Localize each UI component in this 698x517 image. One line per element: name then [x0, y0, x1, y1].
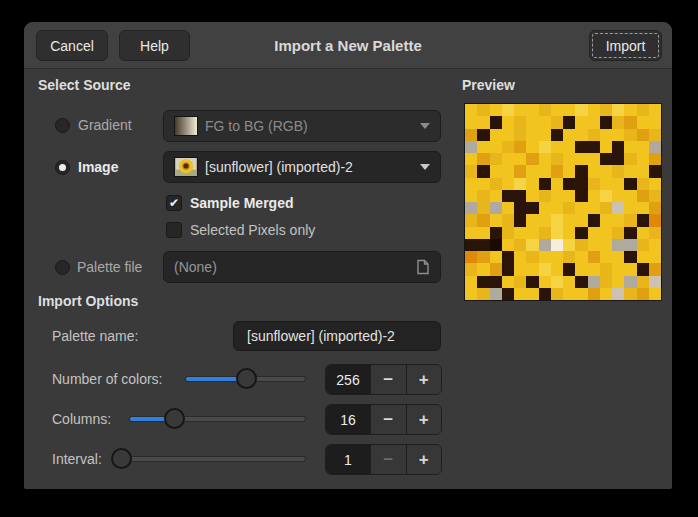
palette-file-radio-label: Palette file [77, 259, 142, 275]
minus-icon: − [383, 370, 393, 390]
image-radio[interactable] [55, 160, 70, 175]
interval-increment-button[interactable]: + [406, 445, 442, 474]
gradient-radio-label: Gradient [78, 117, 132, 133]
selected-pixels-checkbox[interactable] [166, 222, 182, 238]
columns-slider[interactable] [130, 408, 305, 430]
select-source-heading: Select Source [38, 77, 131, 93]
gradient-radio[interactable] [55, 118, 70, 133]
palette-file-radio[interactable] [55, 260, 70, 275]
slider-handle[interactable] [236, 368, 257, 389]
import-options-heading: Import Options [38, 293, 138, 309]
number-of-colors-increment-button[interactable]: + [406, 365, 442, 394]
sample-merged-label: Sample Merged [190, 195, 293, 211]
sample-merged-checkbox[interactable]: ✔ [166, 195, 182, 211]
number-of-colors-decrement-button[interactable]: − [370, 365, 406, 394]
minus-icon: − [383, 410, 393, 430]
plus-icon: + [419, 370, 429, 390]
cancel-button[interactable]: Cancel [36, 30, 108, 61]
minus-icon: − [383, 450, 393, 470]
gradient-combobox-value: FG to BG (RGB) [205, 118, 413, 134]
gradient-combobox: FG to BG (RGB) [163, 110, 441, 142]
image-combobox[interactable]: [sunflower] (imported)-2 [163, 151, 441, 183]
preview-heading: Preview [462, 77, 515, 93]
interval-decrement-button: − [370, 445, 406, 474]
check-icon: ✔ [169, 196, 179, 210]
help-button[interactable]: Help [119, 30, 190, 61]
number-of-colors-slider[interactable] [186, 368, 305, 390]
file-icon [416, 259, 430, 275]
chevron-down-icon [420, 164, 430, 170]
palette-name-input[interactable]: [sunflower] (imported)-2 [233, 321, 441, 351]
gradient-thumbnail-icon [174, 116, 198, 136]
header-bar: Import a New Palette Cancel Help Import [24, 22, 672, 69]
interval-spinbox: 1 − + [325, 444, 442, 475]
number-of-colors-label: Number of colors: [52, 371, 162, 387]
interval-value[interactable]: 1 [326, 445, 370, 474]
plus-icon: + [419, 410, 429, 430]
palette-file-value: (None) [174, 259, 409, 275]
columns-value[interactable]: 16 [326, 405, 370, 434]
columns-increment-button[interactable]: + [406, 405, 442, 434]
chevron-down-icon [420, 123, 430, 129]
number-of-colors-value[interactable]: 256 [326, 365, 370, 394]
columns-label: Columns: [52, 411, 111, 427]
interval-label: Interval: [52, 451, 102, 467]
interval-slider[interactable] [115, 448, 305, 470]
slider-handle[interactable] [164, 408, 185, 429]
image-radio-label: Image [78, 159, 118, 175]
columns-spinbox: 16 − + [325, 404, 442, 435]
palette-name-label: Palette name: [52, 328, 138, 344]
image-combobox-value: [sunflower] (imported)-2 [205, 159, 413, 175]
selected-pixels-label: Selected Pixels only [190, 222, 315, 238]
preview-grid [464, 103, 662, 301]
slider-handle[interactable] [111, 448, 132, 469]
import-button[interactable]: Import [589, 30, 662, 61]
number-of-colors-spinbox: 256 − + [325, 364, 442, 395]
columns-decrement-button[interactable]: − [370, 405, 406, 434]
sunflower-thumbnail-icon [174, 157, 198, 177]
plus-icon: + [419, 450, 429, 470]
import-palette-dialog: Import a New Palette Cancel Help Import … [24, 22, 672, 489]
palette-file-chooser-button[interactable]: (None) [163, 251, 441, 283]
